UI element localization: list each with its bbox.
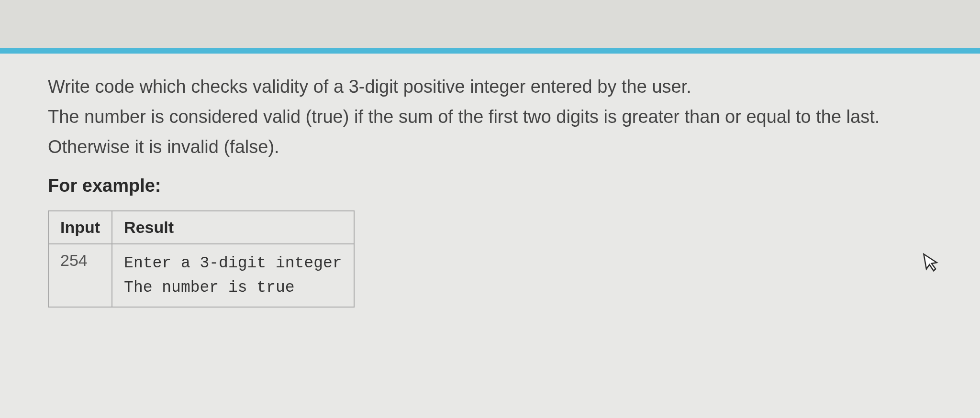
example-table: Input Result 254 Enter a 3-digit integer…	[48, 210, 355, 308]
question-content: Write code which checks validity of a 3-…	[0, 73, 980, 308]
prompt-line-3: Otherwise it is invalid (false).	[48, 133, 932, 161]
header-input: Input	[48, 211, 112, 244]
example-label: For example:	[48, 176, 932, 196]
section-divider	[0, 48, 980, 54]
result-line-1: Enter a 3-digit integer	[124, 251, 342, 275]
result-line-2: The number is true	[124, 275, 342, 300]
prompt-line-2: The number is considered valid (true) if…	[48, 103, 932, 131]
table-header-row: Input Result	[48, 211, 354, 244]
prompt-text: Write code which checks validity of a 3-…	[48, 73, 932, 161]
cell-input: 254	[48, 244, 112, 307]
table-row: 254 Enter a 3-digit integer The number i…	[48, 244, 354, 307]
cell-result: Enter a 3-digit integer The number is tr…	[112, 244, 354, 307]
header-result: Result	[112, 211, 354, 244]
prompt-line-1: Write code which checks validity of a 3-…	[48, 73, 932, 101]
top-margin	[0, 0, 980, 48]
